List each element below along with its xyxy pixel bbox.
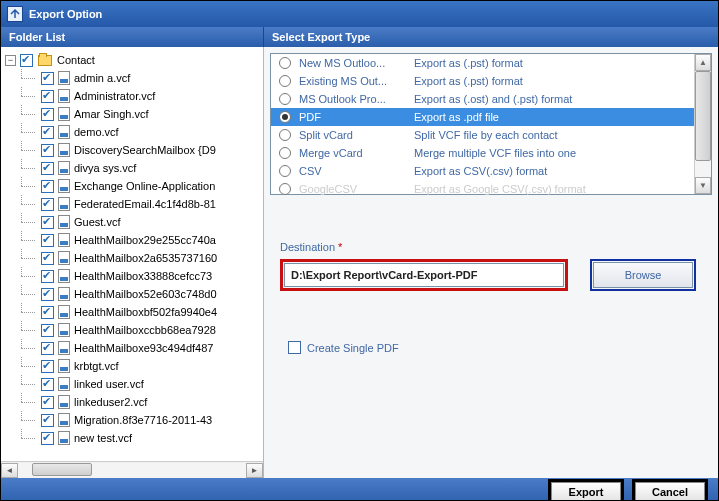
export-type-list[interactable]: New MS Outloo...Export as (.pst) formatE…	[270, 53, 712, 195]
tree-item-label: divya sys.vcf	[74, 162, 136, 174]
checkbox[interactable]	[41, 306, 54, 319]
tree-item[interactable]: HealthMailbox29e255cc740a	[5, 231, 261, 249]
tree-item[interactable]: HealthMailbox52e603c748d0	[5, 285, 261, 303]
tree-item[interactable]: HealthMailboxccbb68ea7928	[5, 321, 261, 339]
tree-item[interactable]: HealthMailbox2a6535737160	[5, 249, 261, 267]
scroll-thumb[interactable]	[32, 463, 92, 476]
export-type-name: PDF	[299, 111, 414, 123]
tree-item[interactable]: divya sys.vcf	[5, 159, 261, 177]
radio-button[interactable]	[279, 93, 291, 105]
horizontal-scrollbar[interactable]: ◄ ►	[1, 461, 263, 478]
tree-item[interactable]: FederatedEmail.4c1f4d8b-81	[5, 195, 261, 213]
checkbox[interactable]	[41, 72, 54, 85]
folder-tree[interactable]: − Contact admin a.vcfAdministrator.vcfAm…	[1, 47, 263, 461]
tree-item-label: Guest.vcf	[74, 216, 120, 228]
checkbox[interactable]	[41, 144, 54, 157]
tree-item[interactable]: Exchange Online-Application	[5, 177, 261, 195]
checkbox[interactable]	[41, 432, 54, 445]
tree-item[interactable]: krbtgt.vcf	[5, 357, 261, 375]
export-type-name: MS Outlook Pro...	[299, 93, 414, 105]
checkbox[interactable]	[41, 378, 54, 391]
checkbox[interactable]	[41, 252, 54, 265]
checkbox[interactable]	[41, 324, 54, 337]
tree-item-label: linked user.vcf	[74, 378, 144, 390]
checkbox[interactable]	[288, 341, 301, 354]
checkbox[interactable]	[41, 180, 54, 193]
checkbox[interactable]	[41, 234, 54, 247]
export-type-row[interactable]: PDFExport as .pdf file	[271, 108, 694, 126]
export-type-name: Existing MS Out...	[299, 75, 414, 87]
checkbox[interactable]	[41, 414, 54, 427]
create-single-pdf-option[interactable]: Create Single PDF	[264, 301, 718, 364]
radio-button[interactable]	[279, 75, 291, 87]
checkbox[interactable]	[41, 198, 54, 211]
scroll-up-button[interactable]: ▲	[695, 54, 711, 71]
collapse-icon[interactable]: −	[5, 55, 16, 66]
checkbox[interactable]	[41, 342, 54, 355]
export-options-panel: New MS Outloo...Export as (.pst) formatE…	[264, 47, 718, 478]
tree-item[interactable]: HealthMailbox33888cefcc73	[5, 267, 261, 285]
export-button[interactable]: Export	[551, 482, 621, 501]
export-type-name: CSV	[299, 165, 414, 177]
tree-item-label: linkeduser2.vcf	[74, 396, 147, 408]
tree-item-label: HealthMailbox52e603c748d0	[74, 288, 217, 300]
tree-item[interactable]: linkeduser2.vcf	[5, 393, 261, 411]
export-type-row[interactable]: Split vCardSplit VCF file by each contac…	[271, 126, 694, 144]
radio-button[interactable]	[279, 111, 291, 123]
vcard-icon	[58, 377, 70, 391]
tree-item[interactable]: Guest.vcf	[5, 213, 261, 231]
scroll-right-button[interactable]: ►	[246, 463, 263, 478]
vcard-icon	[58, 323, 70, 337]
tree-item[interactable]: admin a.vcf	[5, 69, 261, 87]
tree-item-label: Exchange Online-Application	[74, 180, 215, 192]
tree-item[interactable]: demo.vcf	[5, 123, 261, 141]
cancel-button[interactable]: Cancel	[635, 482, 705, 501]
radio-button[interactable]	[279, 147, 291, 159]
export-type-row[interactable]: Merge vCardMerge multiple VCF files into…	[271, 144, 694, 162]
checkbox[interactable]	[41, 108, 54, 121]
export-type-row[interactable]: CSVExport as CSV(.csv) format	[271, 162, 694, 180]
radio-button[interactable]	[279, 129, 291, 141]
required-asterisk: *	[338, 241, 342, 253]
tree-item[interactable]: HealthMailboxe93c494df487	[5, 339, 261, 357]
checkbox[interactable]	[41, 396, 54, 409]
scroll-track[interactable]	[18, 463, 246, 478]
vertical-scrollbar[interactable]: ▲ ▼	[694, 54, 711, 194]
tree-item[interactable]: Administrator.vcf	[5, 87, 261, 105]
vcard-icon	[58, 215, 70, 229]
radio-button[interactable]	[279, 183, 291, 195]
scroll-left-button[interactable]: ◄	[1, 463, 18, 478]
checkbox[interactable]	[41, 216, 54, 229]
tree-item-label: HealthMailboxbf502fa9940e4	[74, 306, 217, 318]
tree-item[interactable]: Amar Singh.vcf	[5, 105, 261, 123]
checkbox[interactable]	[41, 288, 54, 301]
export-type-desc: Export as Google CSV(.csv) format	[414, 183, 686, 195]
checkbox[interactable]	[20, 54, 33, 67]
radio-button[interactable]	[279, 165, 291, 177]
tree-item[interactable]: new test.vcf	[5, 429, 261, 447]
browse-button[interactable]: Browse	[593, 262, 693, 288]
export-type-name: Split vCard	[299, 129, 414, 141]
export-type-row[interactable]: New MS Outloo...Export as (.pst) format	[271, 54, 694, 72]
export-type-row[interactable]: Existing MS Out...Export as (.pst) forma…	[271, 72, 694, 90]
vcard-icon	[58, 359, 70, 373]
scroll-track[interactable]	[695, 71, 711, 177]
scroll-down-button[interactable]: ▼	[695, 177, 711, 194]
checkbox[interactable]	[41, 90, 54, 103]
checkbox[interactable]	[41, 360, 54, 373]
tree-item-label: krbtgt.vcf	[74, 360, 119, 372]
checkbox[interactable]	[41, 270, 54, 283]
checkbox[interactable]	[41, 162, 54, 175]
export-type-row[interactable]: GoogleCSVExport as Google CSV(.csv) form…	[271, 180, 694, 198]
scroll-thumb[interactable]	[695, 71, 711, 161]
vcard-icon	[58, 395, 70, 409]
destination-input[interactable]	[284, 263, 564, 287]
tree-item[interactable]: linked user.vcf	[5, 375, 261, 393]
checkbox[interactable]	[41, 126, 54, 139]
tree-item[interactable]: Migration.8f3e7716-2011-43	[5, 411, 261, 429]
tree-item[interactable]: HealthMailboxbf502fa9940e4	[5, 303, 261, 321]
tree-root-node[interactable]: − Contact	[5, 51, 261, 69]
radio-button[interactable]	[279, 57, 291, 69]
export-type-row[interactable]: MS Outlook Pro...Export as (.ost) and (.…	[271, 90, 694, 108]
tree-item[interactable]: DiscoverySearchMailbox {D9	[5, 141, 261, 159]
